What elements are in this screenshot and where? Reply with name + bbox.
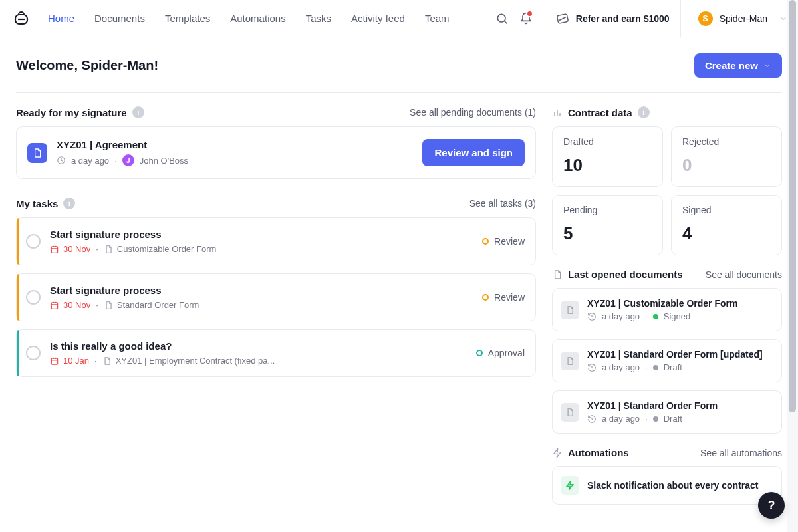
ticket-icon <box>556 12 569 25</box>
task-title: Start signature process <box>50 285 199 296</box>
side-column: Contract data i Drafted 10 Rejected 0 Pe… <box>552 106 782 532</box>
welcome-title: Welcome, Spider-Man! <box>16 58 158 73</box>
last-opened-list: XYZ01 | Customizable Order Form a day ag… <box>552 288 782 434</box>
file-icon <box>102 356 112 366</box>
bar-chart-icon <box>552 107 563 118</box>
review-and-sign-button[interactable]: Review and sign <box>422 139 525 166</box>
document-card[interactable]: XYZ01 | Customizable Order Form a day ag… <box>552 288 782 331</box>
nav-activity[interactable]: Activity feed <box>351 13 405 24</box>
svg-marker-22 <box>554 448 561 457</box>
nav-documents[interactable]: Documents <box>94 13 145 24</box>
contract-data-header: Contract data i <box>552 106 782 118</box>
info-icon[interactable]: i <box>638 106 650 118</box>
signature-card[interactable]: XYZ01 | Agreement a day ago · J John O'B… <box>16 126 536 179</box>
calendar-icon <box>50 245 59 254</box>
user-name: Spider-Man <box>720 13 767 24</box>
stat-label: Signed <box>682 205 771 215</box>
stat-signed[interactable]: Signed 4 <box>671 195 782 255</box>
stat-value: 10 <box>563 155 652 176</box>
stat-rejected[interactable]: Rejected 0 <box>671 126 782 187</box>
nav-automations[interactable]: Automations <box>230 13 285 24</box>
tasks-section-title: My tasks <box>16 198 58 209</box>
task-checkbox[interactable] <box>26 290 41 305</box>
see-all-automations-link[interactable]: See all automations <box>700 448 782 458</box>
document-title: XYZ01 | Standard Order Form <box>587 400 718 411</box>
contract-stats: Drafted 10 Rejected 0 Pending 5 Signed 4 <box>552 126 782 255</box>
automations-title: Automations <box>568 447 629 458</box>
document-title: XYZ01 | Standard Order Form [updated] <box>587 349 763 360</box>
status-dot-icon <box>653 365 658 370</box>
main-column: Ready for my signature i See all pending… <box>16 106 536 532</box>
info-icon[interactable]: i <box>132 106 144 118</box>
signature-doc-meta: a day ago · J John O'Boss <box>57 154 188 166</box>
stat-label: Drafted <box>563 136 652 147</box>
nav-team[interactable]: Team <box>425 13 450 24</box>
search-icon <box>495 12 509 25</box>
topbar-divider-2 <box>680 0 681 37</box>
signature-time: a day ago <box>71 156 109 166</box>
document-card[interactable]: XYZ01 | Standard Order Form a day ago · … <box>552 390 782 434</box>
stat-value: 4 <box>682 223 771 244</box>
stat-drafted[interactable]: Drafted 10 <box>552 126 663 187</box>
svg-point-2 <box>497 14 505 22</box>
create-new-label: Create new <box>705 60 758 71</box>
topbar-right: Refer and earn $1000 S Spider-Man <box>490 0 787 37</box>
main-nav: Home Documents Templates Automations Tas… <box>48 13 450 24</box>
signature-doc-title: XYZ01 | Agreement <box>57 139 188 150</box>
info-icon[interactable]: i <box>63 198 75 209</box>
signature-section-title: Ready for my signature <box>16 107 127 118</box>
status-indicator-icon <box>476 350 483 356</box>
signature-section-header: Ready for my signature i See all pending… <box>16 106 536 118</box>
task-card[interactable]: Start signature process 30 Nov · Customi… <box>16 217 536 265</box>
logo-icon <box>13 11 29 27</box>
file-icon <box>552 269 563 280</box>
svg-line-5 <box>559 17 566 20</box>
refer-label: Refer and earn $1000 <box>576 13 670 24</box>
status-indicator-icon <box>482 238 489 245</box>
task-status: Review <box>482 292 525 303</box>
see-all-documents-link[interactable]: See all documents <box>706 269 782 280</box>
page-header: Welcome, Spider-Man! Create new <box>16 53 782 93</box>
search-button[interactable] <box>490 7 514 31</box>
task-card[interactable]: Start signature process 30 Nov · Standar… <box>16 273 536 321</box>
last-opened-header: Last opened documents See all documents <box>552 269 782 280</box>
task-checkbox[interactable] <box>26 346 41 360</box>
see-pending-documents-link[interactable]: See all pending documents (1) <box>410 107 536 118</box>
status-indicator-icon <box>482 294 489 301</box>
history-icon <box>587 414 597 424</box>
scrollbar-thumb[interactable] <box>789 0 796 412</box>
last-opened-title: Last opened documents <box>568 269 683 280</box>
user-menu[interactable]: S Spider-Man <box>688 11 787 26</box>
task-document: Standard Order Form <box>104 300 200 310</box>
svg-rect-11 <box>51 302 57 308</box>
nav-tasks[interactable]: Tasks <box>306 13 331 24</box>
task-card[interactable]: Is this really a good idea? 10 Jan · XYZ… <box>16 329 536 377</box>
scrollbar-track[interactable] <box>787 0 798 532</box>
automation-title: Slack notification about every contract <box>587 480 759 491</box>
refer-button[interactable]: Refer and earn $1000 <box>552 12 674 25</box>
app-logo[interactable] <box>13 11 29 27</box>
notifications-badge <box>527 11 532 16</box>
stat-value: 5 <box>563 223 652 244</box>
stat-label: Rejected <box>682 136 771 147</box>
signature-author: John O'Boss <box>140 156 188 166</box>
document-time: a day ago <box>602 414 640 424</box>
create-new-button[interactable]: Create new <box>694 53 782 78</box>
clock-icon <box>57 156 66 165</box>
see-all-tasks-link[interactable]: See all tasks (3) <box>469 198 536 209</box>
file-icon <box>561 301 579 319</box>
task-status: Review <box>482 236 525 247</box>
author-avatar: J <box>122 154 134 166</box>
task-checkbox[interactable] <box>26 234 41 249</box>
document-card[interactable]: XYZ01 | Standard Order Form [updated] a … <box>552 339 782 382</box>
document-state: Draft <box>664 362 682 372</box>
history-icon <box>587 363 597 372</box>
stat-value: 0 <box>682 155 771 176</box>
nav-templates[interactable]: Templates <box>165 13 210 24</box>
notifications-button[interactable] <box>514 7 538 31</box>
stat-pending[interactable]: Pending 5 <box>552 195 663 255</box>
nav-home[interactable]: Home <box>48 13 74 24</box>
automation-card[interactable]: Slack notification about every contract <box>552 466 782 505</box>
svg-rect-15 <box>51 358 57 364</box>
help-fab[interactable]: ? <box>758 492 785 519</box>
